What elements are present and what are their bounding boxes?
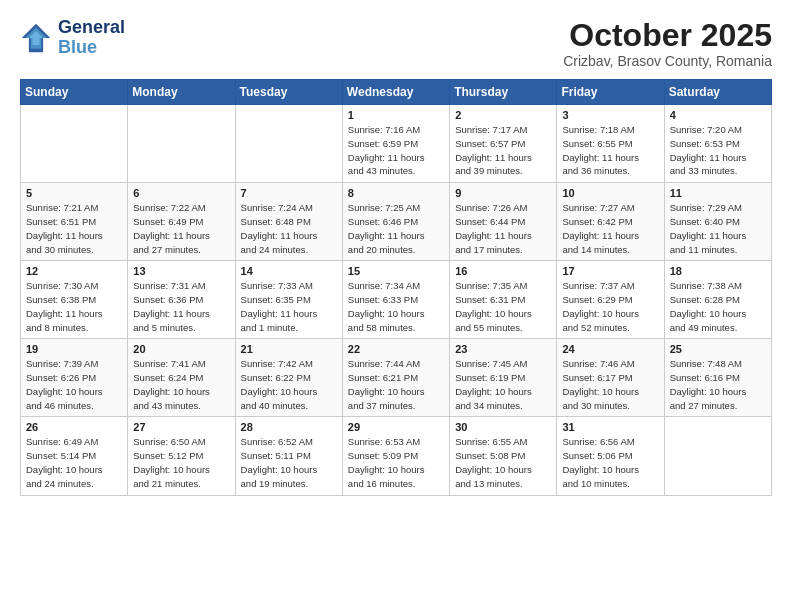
month-title: October 2025 bbox=[563, 18, 772, 53]
day-number: 26 bbox=[26, 421, 122, 433]
day-number: 16 bbox=[455, 265, 551, 277]
day-info: Sunrise: 6:55 AM Sunset: 5:08 PM Dayligh… bbox=[455, 435, 551, 490]
day-info: Sunrise: 7:17 AM Sunset: 6:57 PM Dayligh… bbox=[455, 123, 551, 178]
day-info: Sunrise: 7:42 AM Sunset: 6:22 PM Dayligh… bbox=[241, 357, 337, 412]
day-number: 17 bbox=[562, 265, 658, 277]
calendar-cell: 30Sunrise: 6:55 AM Sunset: 5:08 PM Dayli… bbox=[450, 417, 557, 495]
calendar-cell: 13Sunrise: 7:31 AM Sunset: 6:36 PM Dayli… bbox=[128, 261, 235, 339]
day-number: 20 bbox=[133, 343, 229, 355]
logo-text: General Blue bbox=[58, 18, 125, 58]
day-info: Sunrise: 7:46 AM Sunset: 6:17 PM Dayligh… bbox=[562, 357, 658, 412]
day-info: Sunrise: 6:53 AM Sunset: 5:09 PM Dayligh… bbox=[348, 435, 444, 490]
calendar-cell: 16Sunrise: 7:35 AM Sunset: 6:31 PM Dayli… bbox=[450, 261, 557, 339]
calendar-cell: 8Sunrise: 7:25 AM Sunset: 6:46 PM Daylig… bbox=[342, 183, 449, 261]
day-number: 18 bbox=[670, 265, 766, 277]
day-info: Sunrise: 7:31 AM Sunset: 6:36 PM Dayligh… bbox=[133, 279, 229, 334]
day-number: 13 bbox=[133, 265, 229, 277]
calendar-cell: 6Sunrise: 7:22 AM Sunset: 6:49 PM Daylig… bbox=[128, 183, 235, 261]
calendar-cell: 19Sunrise: 7:39 AM Sunset: 6:26 PM Dayli… bbox=[21, 339, 128, 417]
day-info: Sunrise: 7:33 AM Sunset: 6:35 PM Dayligh… bbox=[241, 279, 337, 334]
day-number: 7 bbox=[241, 187, 337, 199]
calendar-week-3: 12Sunrise: 7:30 AM Sunset: 6:38 PM Dayli… bbox=[21, 261, 772, 339]
calendar-cell: 10Sunrise: 7:27 AM Sunset: 6:42 PM Dayli… bbox=[557, 183, 664, 261]
day-number: 1 bbox=[348, 109, 444, 121]
day-number: 3 bbox=[562, 109, 658, 121]
location: Crizbav, Brasov County, Romania bbox=[563, 53, 772, 69]
day-number: 6 bbox=[133, 187, 229, 199]
day-info: Sunrise: 7:37 AM Sunset: 6:29 PM Dayligh… bbox=[562, 279, 658, 334]
weekday-header-sunday: Sunday bbox=[21, 80, 128, 105]
day-number: 5 bbox=[26, 187, 122, 199]
day-number: 22 bbox=[348, 343, 444, 355]
day-info: Sunrise: 7:16 AM Sunset: 6:59 PM Dayligh… bbox=[348, 123, 444, 178]
calendar-cell: 21Sunrise: 7:42 AM Sunset: 6:22 PM Dayli… bbox=[235, 339, 342, 417]
day-info: Sunrise: 6:56 AM Sunset: 5:06 PM Dayligh… bbox=[562, 435, 658, 490]
page: General Blue October 2025 Crizbav, Braso… bbox=[0, 0, 792, 612]
calendar-cell: 22Sunrise: 7:44 AM Sunset: 6:21 PM Dayli… bbox=[342, 339, 449, 417]
day-number: 9 bbox=[455, 187, 551, 199]
calendar-cell: 17Sunrise: 7:37 AM Sunset: 6:29 PM Dayli… bbox=[557, 261, 664, 339]
header: General Blue October 2025 Crizbav, Braso… bbox=[20, 18, 772, 69]
calendar-cell: 24Sunrise: 7:46 AM Sunset: 6:17 PM Dayli… bbox=[557, 339, 664, 417]
logo-line2: Blue bbox=[58, 38, 125, 58]
day-info: Sunrise: 7:35 AM Sunset: 6:31 PM Dayligh… bbox=[455, 279, 551, 334]
day-info: Sunrise: 7:20 AM Sunset: 6:53 PM Dayligh… bbox=[670, 123, 766, 178]
calendar-cell: 18Sunrise: 7:38 AM Sunset: 6:28 PM Dayli… bbox=[664, 261, 771, 339]
day-number: 30 bbox=[455, 421, 551, 433]
day-number: 24 bbox=[562, 343, 658, 355]
day-info: Sunrise: 6:52 AM Sunset: 5:11 PM Dayligh… bbox=[241, 435, 337, 490]
calendar-cell: 9Sunrise: 7:26 AM Sunset: 6:44 PM Daylig… bbox=[450, 183, 557, 261]
day-info: Sunrise: 7:44 AM Sunset: 6:21 PM Dayligh… bbox=[348, 357, 444, 412]
day-number: 19 bbox=[26, 343, 122, 355]
day-info: Sunrise: 7:45 AM Sunset: 6:19 PM Dayligh… bbox=[455, 357, 551, 412]
day-info: Sunrise: 7:25 AM Sunset: 6:46 PM Dayligh… bbox=[348, 201, 444, 256]
calendar-header-row: SundayMondayTuesdayWednesdayThursdayFrid… bbox=[21, 80, 772, 105]
calendar-cell: 25Sunrise: 7:48 AM Sunset: 6:16 PM Dayli… bbox=[664, 339, 771, 417]
calendar-cell: 11Sunrise: 7:29 AM Sunset: 6:40 PM Dayli… bbox=[664, 183, 771, 261]
day-number: 28 bbox=[241, 421, 337, 433]
day-number: 12 bbox=[26, 265, 122, 277]
calendar-cell: 5Sunrise: 7:21 AM Sunset: 6:51 PM Daylig… bbox=[21, 183, 128, 261]
calendar-cell: 12Sunrise: 7:30 AM Sunset: 6:38 PM Dayli… bbox=[21, 261, 128, 339]
day-info: Sunrise: 7:34 AM Sunset: 6:33 PM Dayligh… bbox=[348, 279, 444, 334]
day-number: 25 bbox=[670, 343, 766, 355]
day-number: 11 bbox=[670, 187, 766, 199]
day-number: 15 bbox=[348, 265, 444, 277]
title-block: October 2025 Crizbav, Brasov County, Rom… bbox=[563, 18, 772, 69]
logo-icon bbox=[20, 22, 52, 54]
day-info: Sunrise: 7:24 AM Sunset: 6:48 PM Dayligh… bbox=[241, 201, 337, 256]
weekday-header-wednesday: Wednesday bbox=[342, 80, 449, 105]
day-info: Sunrise: 7:22 AM Sunset: 6:49 PM Dayligh… bbox=[133, 201, 229, 256]
weekday-header-monday: Monday bbox=[128, 80, 235, 105]
calendar-cell: 1Sunrise: 7:16 AM Sunset: 6:59 PM Daylig… bbox=[342, 105, 449, 183]
calendar-week-4: 19Sunrise: 7:39 AM Sunset: 6:26 PM Dayli… bbox=[21, 339, 772, 417]
day-number: 31 bbox=[562, 421, 658, 433]
calendar-cell: 28Sunrise: 6:52 AM Sunset: 5:11 PM Dayli… bbox=[235, 417, 342, 495]
calendar-cell: 31Sunrise: 6:56 AM Sunset: 5:06 PM Dayli… bbox=[557, 417, 664, 495]
day-number: 10 bbox=[562, 187, 658, 199]
weekday-header-saturday: Saturday bbox=[664, 80, 771, 105]
calendar-cell bbox=[128, 105, 235, 183]
day-info: Sunrise: 7:21 AM Sunset: 6:51 PM Dayligh… bbox=[26, 201, 122, 256]
calendar-cell: 23Sunrise: 7:45 AM Sunset: 6:19 PM Dayli… bbox=[450, 339, 557, 417]
day-number: 2 bbox=[455, 109, 551, 121]
day-number: 21 bbox=[241, 343, 337, 355]
calendar-table: SundayMondayTuesdayWednesdayThursdayFrid… bbox=[20, 79, 772, 495]
calendar-cell: 15Sunrise: 7:34 AM Sunset: 6:33 PM Dayli… bbox=[342, 261, 449, 339]
calendar-cell: 29Sunrise: 6:53 AM Sunset: 5:09 PM Dayli… bbox=[342, 417, 449, 495]
calendar-cell: 4Sunrise: 7:20 AM Sunset: 6:53 PM Daylig… bbox=[664, 105, 771, 183]
day-number: 8 bbox=[348, 187, 444, 199]
weekday-header-friday: Friday bbox=[557, 80, 664, 105]
calendar-cell: 3Sunrise: 7:18 AM Sunset: 6:55 PM Daylig… bbox=[557, 105, 664, 183]
logo-line1: General bbox=[58, 18, 125, 38]
calendar-cell: 14Sunrise: 7:33 AM Sunset: 6:35 PM Dayli… bbox=[235, 261, 342, 339]
day-info: Sunrise: 6:50 AM Sunset: 5:12 PM Dayligh… bbox=[133, 435, 229, 490]
calendar-week-1: 1Sunrise: 7:16 AM Sunset: 6:59 PM Daylig… bbox=[21, 105, 772, 183]
calendar-cell: 7Sunrise: 7:24 AM Sunset: 6:48 PM Daylig… bbox=[235, 183, 342, 261]
weekday-header-thursday: Thursday bbox=[450, 80, 557, 105]
day-info: Sunrise: 7:30 AM Sunset: 6:38 PM Dayligh… bbox=[26, 279, 122, 334]
calendar-cell bbox=[664, 417, 771, 495]
day-number: 4 bbox=[670, 109, 766, 121]
day-number: 29 bbox=[348, 421, 444, 433]
day-info: Sunrise: 6:49 AM Sunset: 5:14 PM Dayligh… bbox=[26, 435, 122, 490]
